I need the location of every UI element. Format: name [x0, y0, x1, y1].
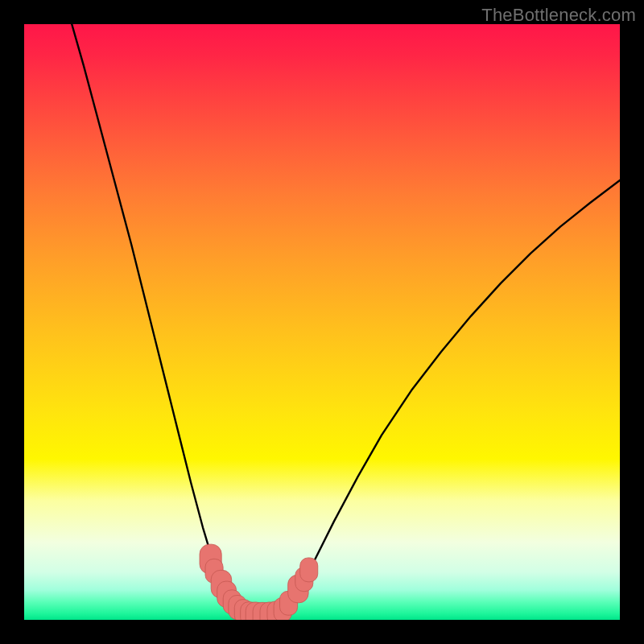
plot-area	[24, 24, 620, 620]
bottleneck-curve-path	[72, 24, 620, 615]
watermark-text: TheBottleneck.com	[481, 5, 636, 26]
trough-markers	[200, 544, 318, 620]
chart-canvas: TheBottleneck.com	[0, 0, 644, 644]
bottleneck-curve	[72, 24, 620, 615]
curves-layer	[24, 24, 620, 620]
trough-marker	[300, 558, 318, 582]
